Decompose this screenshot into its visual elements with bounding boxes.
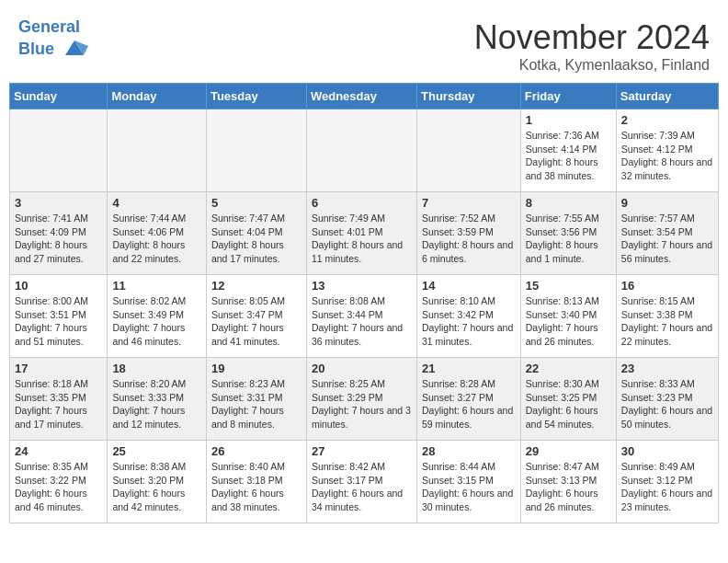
day-number: 11 xyxy=(112,279,201,293)
day-number: 30 xyxy=(621,444,713,458)
day-number: 5 xyxy=(211,196,301,210)
calendar-cell xyxy=(306,109,416,192)
day-number: 25 xyxy=(112,444,201,458)
day-number: 16 xyxy=(621,279,713,293)
cell-info: Sunrise: 8:13 AMSunset: 3:40 PMDaylight:… xyxy=(526,294,611,349)
day-header-friday: Friday xyxy=(520,84,616,109)
days-header-row: SundayMondayTuesdayWednesdayThursdayFrid… xyxy=(10,84,719,109)
calendar-cell: 2Sunrise: 7:39 AMSunset: 4:12 PMDaylight… xyxy=(616,109,718,192)
calendar-table: SundayMondayTuesdayWednesdayThursdayFrid… xyxy=(9,83,719,523)
day-number: 2 xyxy=(621,113,713,127)
week-row-3: 10Sunrise: 8:00 AMSunset: 3:51 PMDayligh… xyxy=(10,275,719,358)
week-row-1: 1Sunrise: 7:36 AMSunset: 4:14 PMDaylight… xyxy=(10,109,719,192)
day-number: 6 xyxy=(312,196,412,210)
calendar-cell: 20Sunrise: 8:25 AMSunset: 3:29 PMDayligh… xyxy=(306,358,416,441)
day-number: 1 xyxy=(526,113,611,127)
day-number: 12 xyxy=(211,279,301,293)
calendar-cell: 10Sunrise: 8:00 AMSunset: 3:51 PMDayligh… xyxy=(10,275,108,358)
day-header-saturday: Saturday xyxy=(616,84,718,109)
calendar-cell xyxy=(206,109,306,192)
cell-info: Sunrise: 7:39 AMSunset: 4:12 PMDaylight:… xyxy=(621,129,713,183)
day-number: 17 xyxy=(15,362,102,375)
calendar-cell: 22Sunrise: 8:30 AMSunset: 3:25 PMDayligh… xyxy=(520,358,616,441)
cell-info: Sunrise: 7:57 AMSunset: 3:54 PMDaylight:… xyxy=(621,212,713,266)
cell-info: Sunrise: 8:25 AMSunset: 3:29 PMDaylight:… xyxy=(312,377,412,431)
day-header-sunday: Sunday xyxy=(10,84,108,109)
cell-info: Sunrise: 8:30 AMSunset: 3:25 PMDaylight:… xyxy=(526,377,611,431)
calendar-cell xyxy=(108,109,207,192)
cell-info: Sunrise: 8:20 AMSunset: 3:33 PMDaylight:… xyxy=(112,377,201,431)
day-number: 18 xyxy=(112,362,201,375)
calendar-cell: 21Sunrise: 8:28 AMSunset: 3:27 PMDayligh… xyxy=(417,358,521,441)
day-number: 20 xyxy=(312,362,412,375)
calendar-cell: 5Sunrise: 7:47 AMSunset: 4:04 PMDaylight… xyxy=(206,192,306,275)
day-number: 10 xyxy=(15,279,102,293)
calendar-cell: 3Sunrise: 7:41 AMSunset: 4:09 PMDaylight… xyxy=(10,192,108,275)
calendar-cell: 15Sunrise: 8:13 AMSunset: 3:40 PMDayligh… xyxy=(520,275,616,358)
calendar-cell xyxy=(417,109,521,192)
cell-info: Sunrise: 8:15 AMSunset: 3:38 PMDaylight:… xyxy=(621,294,713,349)
day-number: 3 xyxy=(15,196,102,210)
cell-info: Sunrise: 7:52 AMSunset: 3:59 PMDaylight:… xyxy=(422,212,516,266)
cell-info: Sunrise: 7:55 AMSunset: 3:56 PMDaylight:… xyxy=(526,212,611,266)
day-number: 28 xyxy=(422,444,516,458)
cell-info: Sunrise: 8:42 AMSunset: 3:17 PMDaylight:… xyxy=(312,460,412,514)
calendar-cell xyxy=(10,109,108,192)
cell-info: Sunrise: 8:49 AMSunset: 3:12 PMDaylight:… xyxy=(621,460,713,514)
day-number: 7 xyxy=(422,196,516,210)
cell-info: Sunrise: 7:44 AMSunset: 4:06 PMDaylight:… xyxy=(112,212,201,266)
week-row-5: 24Sunrise: 8:35 AMSunset: 3:22 PMDayligh… xyxy=(10,441,719,523)
cell-info: Sunrise: 8:38 AMSunset: 3:20 PMDaylight:… xyxy=(112,460,201,514)
day-number: 9 xyxy=(621,196,713,210)
calendar-cell: 19Sunrise: 8:23 AMSunset: 3:31 PMDayligh… xyxy=(206,358,306,441)
logo: General Blue xyxy=(18,18,88,63)
month-title: November 2024 xyxy=(474,18,710,57)
cell-info: Sunrise: 7:47 AMSunset: 4:04 PMDaylight:… xyxy=(211,212,301,266)
cell-info: Sunrise: 7:36 AMSunset: 4:14 PMDaylight:… xyxy=(526,129,611,183)
day-number: 15 xyxy=(526,279,611,293)
calendar-cell: 29Sunrise: 8:47 AMSunset: 3:13 PMDayligh… xyxy=(520,441,616,523)
week-row-2: 3Sunrise: 7:41 AMSunset: 4:09 PMDaylight… xyxy=(10,192,719,275)
title-block: November 2024 Kotka, Kymenlaakso, Finlan… xyxy=(474,18,710,74)
calendar-cell: 24Sunrise: 8:35 AMSunset: 3:22 PMDayligh… xyxy=(10,441,108,523)
calendar-cell: 14Sunrise: 8:10 AMSunset: 3:42 PMDayligh… xyxy=(417,275,521,358)
day-number: 26 xyxy=(211,444,301,458)
cell-info: Sunrise: 7:41 AMSunset: 4:09 PMDaylight:… xyxy=(15,212,102,266)
cell-info: Sunrise: 8:18 AMSunset: 3:35 PMDaylight:… xyxy=(15,377,102,431)
cell-info: Sunrise: 8:28 AMSunset: 3:27 PMDaylight:… xyxy=(422,377,516,431)
day-number: 24 xyxy=(15,444,102,458)
day-header-wednesday: Wednesday xyxy=(306,84,416,109)
calendar-cell: 4Sunrise: 7:44 AMSunset: 4:06 PMDaylight… xyxy=(108,192,207,275)
day-number: 4 xyxy=(112,196,201,210)
calendar-cell: 8Sunrise: 7:55 AMSunset: 3:56 PMDaylight… xyxy=(520,192,616,275)
cell-info: Sunrise: 8:44 AMSunset: 3:15 PMDaylight:… xyxy=(422,460,516,514)
day-number: 29 xyxy=(526,444,611,458)
calendar-cell: 17Sunrise: 8:18 AMSunset: 3:35 PMDayligh… xyxy=(10,358,108,441)
day-number: 22 xyxy=(526,362,611,375)
day-number: 14 xyxy=(422,279,516,293)
calendar-cell: 27Sunrise: 8:42 AMSunset: 3:17 PMDayligh… xyxy=(306,441,416,523)
calendar-cell: 25Sunrise: 8:38 AMSunset: 3:20 PMDayligh… xyxy=(108,441,207,523)
day-number: 13 xyxy=(312,279,412,293)
calendar-cell: 30Sunrise: 8:49 AMSunset: 3:12 PMDayligh… xyxy=(616,441,718,523)
calendar-cell: 12Sunrise: 8:05 AMSunset: 3:47 PMDayligh… xyxy=(206,275,306,358)
calendar-cell: 26Sunrise: 8:40 AMSunset: 3:18 PMDayligh… xyxy=(206,441,306,523)
calendar-cell: 23Sunrise: 8:33 AMSunset: 3:23 PMDayligh… xyxy=(616,358,718,441)
header: General Blue November 2024 Kotka, Kymenl… xyxy=(9,9,719,78)
day-number: 21 xyxy=(422,362,516,375)
cell-info: Sunrise: 8:35 AMSunset: 3:22 PMDaylight:… xyxy=(15,460,102,514)
calendar-cell: 11Sunrise: 8:02 AMSunset: 3:49 PMDayligh… xyxy=(108,275,207,358)
cell-info: Sunrise: 8:08 AMSunset: 3:44 PMDaylight:… xyxy=(312,294,412,349)
calendar-cell: 1Sunrise: 7:36 AMSunset: 4:14 PMDaylight… xyxy=(520,109,616,192)
logo-blue: Blue xyxy=(18,40,54,58)
location-title: Kotka, Kymenlaakso, Finland xyxy=(474,57,710,74)
day-number: 27 xyxy=(312,444,412,458)
calendar-cell: 13Sunrise: 8:08 AMSunset: 3:44 PMDayligh… xyxy=(306,275,416,358)
calendar-cell: 9Sunrise: 7:57 AMSunset: 3:54 PMDaylight… xyxy=(616,192,718,275)
day-number: 8 xyxy=(526,196,611,210)
calendar-cell: 28Sunrise: 8:44 AMSunset: 3:15 PMDayligh… xyxy=(417,441,521,523)
week-row-4: 17Sunrise: 8:18 AMSunset: 3:35 PMDayligh… xyxy=(10,358,719,441)
cell-info: Sunrise: 8:05 AMSunset: 3:47 PMDaylight:… xyxy=(211,294,301,349)
logo-icon xyxy=(61,37,88,63)
cell-info: Sunrise: 8:33 AMSunset: 3:23 PMDaylight:… xyxy=(621,377,713,431)
